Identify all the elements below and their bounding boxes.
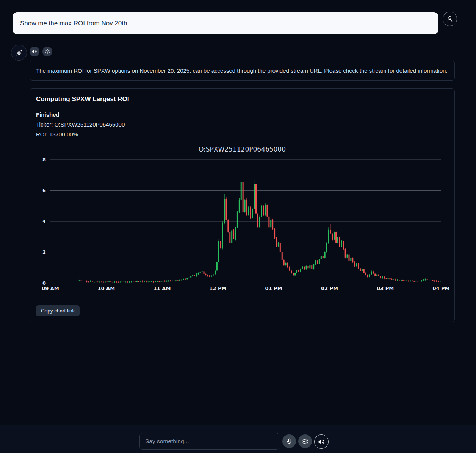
svg-text:11 AM: 11 AM [153,286,171,291]
footer [0,425,476,453]
roi-line: ROI: 13700.00% [36,131,448,137]
svg-text:03 PM: 03 PM [377,286,394,291]
svg-text:01 PM: 01 PM [265,286,282,291]
user-query-text: Show me the max ROI from Nov 20th [20,20,127,27]
svg-text:6: 6 [42,187,46,193]
svg-text:04 PM: 04 PM [432,286,449,291]
gear-icon [302,438,308,445]
footer-gear-button[interactable] [298,434,312,448]
sparkles-icon [15,49,23,57]
assistant-message: The maximum ROI for SPXW options on Nove… [30,61,455,81]
gear-icon [45,49,50,54]
assistant-gear-button[interactable] [42,47,52,56]
sparkles-button[interactable] [11,45,27,61]
svg-text:02 PM: 02 PM [321,286,338,291]
say-input[interactable] [139,433,279,450]
user-icon [446,15,454,23]
query-bar[interactable]: Show me the max ROI from Nov 20th [13,12,438,34]
svg-text:4: 4 [42,219,46,224]
footer-speaker-button[interactable] [314,434,329,449]
svg-text:2: 2 [42,249,46,255]
svg-text:12 PM: 12 PM [209,286,226,291]
roi-candlestick-chart: 0246809 AM10 AM11 AM12 PM01 PM02 PM03 PM… [36,155,450,296]
svg-text:10 AM: 10 AM [97,286,115,291]
speaker-icon [32,49,37,54]
tool-card-title: Computing SPXW Largest ROI [36,95,448,103]
copy-chart-link-button[interactable]: Copy chart link [36,305,80,316]
tool-status: Finished [36,111,448,118]
ticker-line: Ticker: O:SPXW251120P06465000 [36,121,448,128]
svg-text:09 AM: 09 AM [42,286,59,291]
tool-card: Computing SPXW Largest ROI Finished Tick… [30,88,455,322]
assistant-message-text: The maximum ROI for SPXW options on Nove… [36,67,448,74]
avatar-button[interactable] [443,12,457,26]
speaker-icon [318,438,325,445]
assistant-speaker-button[interactable] [30,47,39,56]
chart-title: O:SPXW251120P06465000 [30,145,454,153]
mic-icon [286,438,293,445]
svg-text:8: 8 [42,157,46,162]
mic-button[interactable] [282,434,296,448]
svg-text:0: 0 [42,280,46,286]
